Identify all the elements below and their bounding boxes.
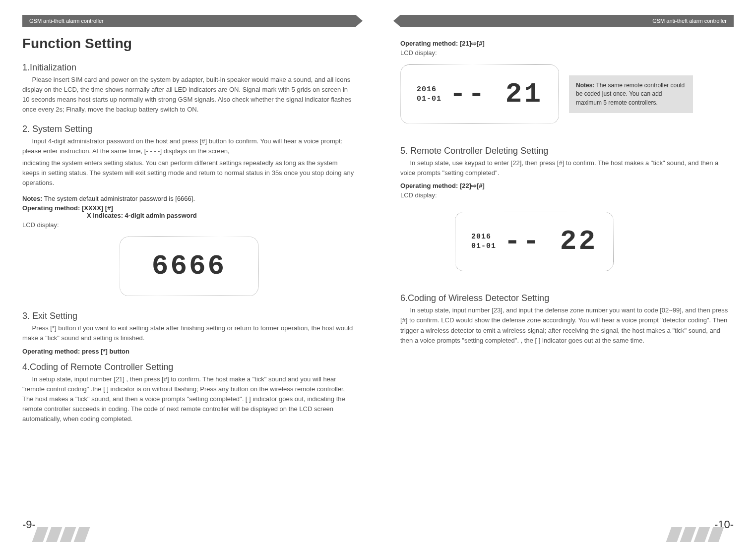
lcd-date: 01-01 [417, 94, 441, 104]
page-spread: GSM anti-theft alarm controller Function… [0, 0, 756, 542]
decor-stripe [680, 527, 696, 542]
lcd-display-21: 2016 01-01 -- 21 [400, 64, 559, 124]
section-5-body: In setup state, use keypad to enter [22]… [400, 158, 734, 178]
header-bar-left: GSM anti-theft alarm controller [22, 15, 356, 27]
decor-stripe [60, 527, 76, 542]
section-5-lcd-label: LCD display: [400, 191, 734, 199]
lcd-year-22: 2016 [471, 232, 496, 242]
op-post: [#] [477, 40, 485, 47]
section-4-body: In setup state, input number [21] , then… [22, 374, 356, 424]
header-right-text: GSM anti-theft alarm controller [652, 18, 727, 24]
lcd-date-22: 01-01 [471, 241, 496, 251]
section-5-op: Operating method: [22]⇨[#] [400, 182, 734, 189]
section-2-op-sub: X indicates: 4-digit admin password [87, 212, 356, 219]
decor-stripe [32, 527, 49, 542]
section-6-body: In setup state, input number [23], and i… [400, 305, 734, 346]
bottom-decor-left [35, 527, 87, 542]
notes-text: The system default administrator passwor… [42, 195, 195, 202]
arrow-icon: ⇨ [471, 182, 477, 189]
section-2-heading: 2. System Setting [22, 124, 356, 134]
note-label: Notes: [576, 82, 594, 89]
section-2-op: Operating method: [XXXX] [#] [22, 204, 356, 212]
decor-stripe [46, 527, 63, 542]
page-left: GSM anti-theft alarm controller Function… [0, 0, 378, 542]
header-left-text: GSM anti-theft alarm controller [29, 18, 104, 24]
main-title: Function Setting [22, 36, 356, 52]
decor-stripe [74, 527, 90, 542]
lcd-value-6666: 6666 [152, 250, 226, 282]
lcd-display-22: 2016 01-01 -- 22 [455, 212, 614, 271]
lcd-date-col-22: 2016 01-01 [471, 232, 496, 251]
page-number-left: -9- [22, 518, 36, 531]
decor-stripe [666, 527, 683, 542]
op-pre: Operating method: [21] [400, 40, 471, 47]
top-op-method: Operating method: [21]⇨[#] [400, 40, 734, 47]
section-3-op: Operating method: press [*] button [22, 348, 356, 355]
note-box-remote: Notes: The same remote controller could … [569, 75, 693, 113]
arrow-icon: ⇨ [471, 40, 477, 47]
top-lcd-label: LCD display: [400, 49, 734, 57]
section-2-notes: Notes: The system default administrator … [22, 195, 356, 202]
section-1-heading: 1.Initialization [22, 62, 356, 73]
lcd-display-6666: 6666 [120, 237, 258, 296]
op-post-5: [#] [477, 182, 485, 189]
lcd-and-note-row: 2016 01-01 -- 21 Notes: The same remote … [400, 64, 734, 124]
section-4-heading: 4.Coding of Remote Controller Setting [22, 362, 356, 372]
lcd-year: 2016 [417, 85, 441, 95]
header-bar-right: GSM anti-theft alarm controller [400, 15, 734, 27]
section-5-heading: 5. Remote Controller Deleting Setting [400, 146, 734, 156]
section-1-body: Please insert SIM card and power on the … [22, 75, 356, 115]
section-2-body2: indicating the system enters setting sta… [22, 158, 356, 188]
notes-label: Notes: [22, 195, 42, 202]
section-3-heading: 3. Exit Setting [22, 311, 356, 321]
decor-stripe [694, 527, 710, 542]
bottom-decor-right [669, 527, 721, 542]
lcd-date-col: 2016 01-01 [417, 85, 441, 104]
lcd-value-21: -- 21 [449, 78, 543, 110]
page-right: GSM anti-theft alarm controller Operatin… [378, 0, 756, 542]
section-6-heading: 6.Coding of Wireless Detector Setting [400, 293, 734, 303]
op-pre-5: Operating method: [22] [400, 182, 471, 189]
decor-stripe [708, 527, 724, 542]
section-3-body: Press [*] button if you want to exit set… [22, 323, 356, 343]
lcd-value-22: -- 22 [504, 226, 597, 257]
section-2-lcd-label: LCD display: [22, 221, 356, 229]
section-2-body1: Input 4-digit administrator password on … [22, 136, 356, 156]
